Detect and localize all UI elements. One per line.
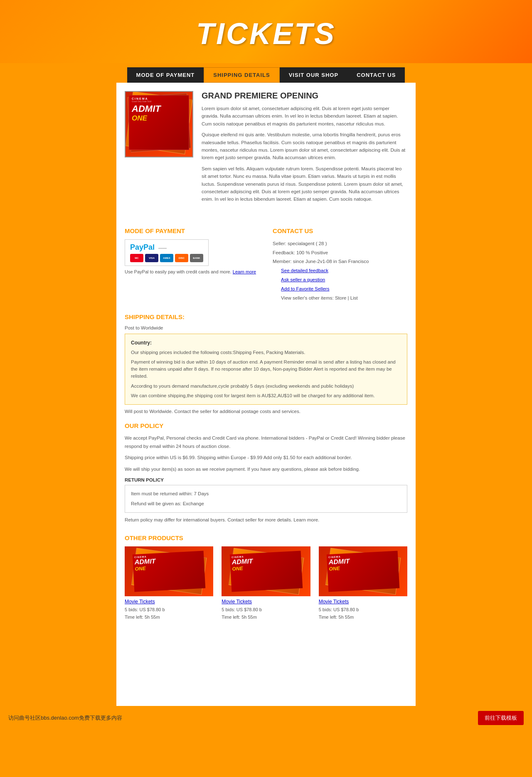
shipping-box: Country: Our shipping prices included th… xyxy=(125,334,407,405)
amex-icon: AMEX xyxy=(160,254,173,262)
product-link-0[interactable]: Movie Tickets xyxy=(125,599,213,605)
ticket-image: CINEMA Good Only Date Sold ADMIT ONE 209… xyxy=(125,91,193,157)
download-button[interactable]: 前往下载模板 xyxy=(478,711,524,725)
premiere-para-1: Lorem ipsum dolor sit amet, consectetuer… xyxy=(202,105,407,128)
paypal-box: PayPal —— MC VISA AMEX DISC BANK xyxy=(125,239,209,266)
shipping-footer: Will post to Worldwide. Contact the sell… xyxy=(125,409,407,414)
contact-feedback: Feedback: 100 % Positive xyxy=(273,248,369,258)
policy-para-0: We accept PayPal, Personal checks and Cr… xyxy=(125,434,407,450)
premiere-title: GRAND PREMIERE OPENING xyxy=(202,91,407,101)
product-image-0: CINEMA ADMIT ONE xyxy=(125,546,213,596)
other-products-header: OTHER PRODUCTS xyxy=(125,534,407,541)
bank-icon: BANK xyxy=(190,254,203,262)
contact-link-feedback[interactable]: See detailed feedback xyxy=(281,268,328,273)
return-footer: Return policy may differ for internation… xyxy=(125,516,407,524)
payment-header: MODE OF PAYMENT xyxy=(125,227,256,234)
premiere-section: CINEMA Good Only Date Sold ADMIT ONE 209… xyxy=(125,91,407,207)
products-grid: CINEMA ADMIT ONE Movie Tickets 5 bids: U… xyxy=(125,546,407,621)
premiere-content: GRAND PREMIERE OPENING Lorem ipsum dolor… xyxy=(202,91,407,207)
policy-header: OUR POLICY xyxy=(125,422,407,429)
contact-link-store: View seller's other items: Store | List xyxy=(281,295,358,300)
product-item-0: CINEMA ADMIT ONE Movie Tickets 5 bids: U… xyxy=(125,546,213,621)
product-item-2: CINEMA ADMIT ONE Movie Tickets 5 bids: U… xyxy=(319,546,407,621)
contact-section: CONTACT US Seller: specialagent ( 28 ) F… xyxy=(273,219,369,303)
premiere-para-2: Quisque eleifend mi quis ante. Vestibulu… xyxy=(202,131,407,162)
tab-visit-our-shop[interactable]: VISIT OUR SHOP xyxy=(280,67,347,83)
return-policy-label: RETURN POLICY xyxy=(125,477,407,482)
shipping-item-2: According to yours demand manufacture,cy… xyxy=(131,383,401,390)
product-bids-2: 5 bids: US $78.80 b xyxy=(319,606,407,614)
product-bids-0: 5 bids: US $78.80 b xyxy=(125,606,213,614)
hero-section: TICKETS xyxy=(0,0,532,63)
discover-icon: DISC xyxy=(175,254,188,262)
product-image-1: CINEMA ADMIT ONE xyxy=(222,546,310,596)
contact-link-question[interactable]: Ask seller a question xyxy=(281,277,325,282)
shipping-header: SHIPPING DETAILS: xyxy=(125,313,407,320)
card-icons: MC VISA AMEX DISC BANK xyxy=(130,254,203,262)
contact-link-favorites[interactable]: Add to Favorite Sellers xyxy=(281,286,329,291)
contact-seller: Seller: specialagent ( 28 ) xyxy=(273,239,369,248)
premiere-para-3: Sem sapien vel felis. Aliquam vulputate … xyxy=(202,165,407,203)
payment-learn-more[interactable]: Learn more xyxy=(233,269,256,274)
return-policy-box: Item must be returned within: 7 Days Ref… xyxy=(125,485,407,513)
product-item-1: CINEMA ADMIT ONE Movie Tickets 5 bids: U… xyxy=(222,546,310,621)
shipping-item-1: Payment of winning bid is due within 10 … xyxy=(131,359,401,380)
product-meta-2: 5 bids: US $78.80 b Time left: 5h 55m xyxy=(319,606,407,621)
shipping-post-text: Post to Worldwide xyxy=(125,325,407,330)
product-time-1: Time left: 5h 55m xyxy=(222,614,310,621)
tab-mode-of-payment[interactable]: MODE OF PAYMENT xyxy=(127,67,204,83)
main-content: CINEMA Good Only Date Sold ADMIT ONE 209… xyxy=(116,83,416,706)
contact-details: Seller: specialagent ( 28 ) Feedback: 10… xyxy=(273,239,369,303)
return-item-0: Item must be returned within: 7 Days xyxy=(131,490,401,497)
return-item-1: Refund will be given as: Exchange xyxy=(131,500,401,507)
product-link-1[interactable]: Movie Tickets xyxy=(222,599,310,605)
product-meta-0: 5 bids: US $78.80 b Time left: 5h 55m xyxy=(125,606,213,621)
product-image-2: CINEMA ADMIT ONE xyxy=(319,546,407,596)
contact-member: Member: since June-2v1-08 in San Francis… xyxy=(273,257,369,266)
product-time-0: Time left: 5h 55m xyxy=(125,614,213,621)
watermark-text: 访问曲号社区bbs.denlao.com免费下载更多内容 xyxy=(8,714,122,722)
shipping-section: SHIPPING DETAILS: Post to Worldwide Coun… xyxy=(125,313,407,414)
product-meta-1: 5 bids: US $78.80 b Time left: 5h 55m xyxy=(222,606,310,621)
tab-contact-us[interactable]: CONTACT US xyxy=(347,67,405,83)
shipping-country-label: Country: xyxy=(131,339,401,347)
hero-title: TICKETS xyxy=(0,17,532,51)
bottom-bar: 访问曲号社区bbs.denlao.com免费下载更多内容 前往下载模板 xyxy=(0,706,532,730)
contact-header: CONTACT US xyxy=(273,227,369,234)
shipping-item-3: We can combine shipping,the shipping cos… xyxy=(131,392,401,399)
payment-description: Use PayPal to easily pay with credit car… xyxy=(125,269,256,274)
shipping-item-0: Our shipping prices included the followi… xyxy=(131,349,401,356)
nav-tabs: MODE OF PAYMENT SHIPPING DETAILS VISIT O… xyxy=(0,63,532,83)
mastercard-icon: MC xyxy=(130,254,143,262)
product-bids-1: 5 bids: US $78.80 b xyxy=(222,606,310,614)
tab-shipping-details[interactable]: SHIPPING DETAILS xyxy=(204,67,279,83)
visa-icon: VISA xyxy=(145,254,158,262)
policy-para-2: We will ship your item(s) as soon as we … xyxy=(125,465,407,474)
policy-section: OUR POLICY We accept PayPal, Personal ch… xyxy=(125,422,407,524)
product-link-2[interactable]: Movie Tickets xyxy=(319,599,407,605)
product-time-2: Time left: 5h 55m xyxy=(319,614,407,621)
payment-contact-section: MODE OF PAYMENT PayPal —— MC VISA AMEX D… xyxy=(125,219,407,303)
paypal-logo: PayPal —— xyxy=(130,243,203,252)
other-products-section: OTHER PRODUCTS CINEMA ADMIT ONE Movie Ti… xyxy=(125,534,407,621)
payment-left: MODE OF PAYMENT PayPal —— MC VISA AMEX D… xyxy=(125,219,256,303)
policy-para-1: Shipping price within US is $6.99. Shipp… xyxy=(125,454,407,462)
